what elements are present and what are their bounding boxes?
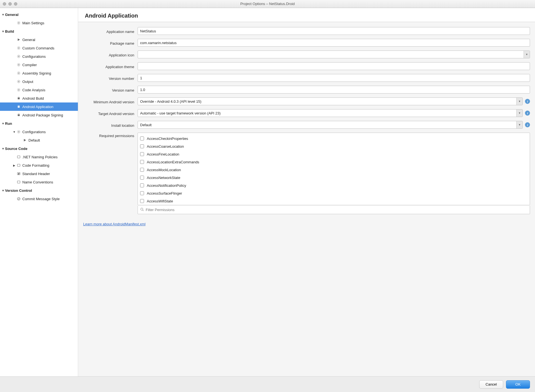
dropdown-icon[interactable]: ▼: [516, 121, 522, 128]
target-android-select[interactable]: [138, 109, 523, 117]
cancel-button[interactable]: Cancel: [479, 380, 503, 389]
box-icon: [16, 155, 21, 159]
sidebar-item-label: Standard Header: [22, 172, 76, 176]
label-app-icon: Application icon: [83, 52, 138, 57]
svg-point-6: [18, 81, 19, 82]
permission-item[interactable]: AccessSurfaceFlinger: [140, 189, 527, 197]
sidebar-item[interactable]: Compiler: [0, 61, 78, 69]
svg-point-5: [18, 73, 19, 74]
sidebar-item[interactable]: ▼Configurations: [0, 128, 78, 136]
app-theme-input[interactable]: [138, 62, 530, 70]
sidebar-category[interactable]: ▼General: [0, 10, 78, 19]
permission-item[interactable]: AccessNetworkState: [140, 174, 527, 181]
permission-item[interactable]: AccessCoarseLocation: [140, 142, 527, 150]
ok-button[interactable]: OK: [506, 380, 530, 389]
permissions-filter-input[interactable]: [146, 208, 527, 212]
package-name-input[interactable]: [138, 39, 530, 47]
permission-checkbox[interactable]: [140, 176, 144, 180]
permission-checkbox[interactable]: [140, 160, 144, 164]
min-android-select[interactable]: [138, 97, 523, 105]
sidebar-item[interactable]: Assembly Signing: [0, 69, 78, 77]
sidebar-category[interactable]: ▼Run: [0, 119, 78, 128]
chevron-down-icon: ▼: [1, 122, 5, 125]
sidebar-item[interactable]: Main Settings: [0, 19, 78, 27]
sidebar-item[interactable]: Default: [0, 136, 78, 144]
close-window-button[interactable]: [3, 2, 6, 6]
permissions-list[interactable]: AccessCheckinPropertiesAccessCoarseLocat…: [138, 133, 530, 205]
permission-label: AccessNotificationPolicy: [147, 183, 186, 188]
permission-label: AccessWifiState: [147, 199, 173, 203]
label-app-name: Application name: [83, 28, 138, 34]
dropdown-icon[interactable]: ▼: [516, 109, 522, 117]
info-icon[interactable]: i: [525, 122, 530, 127]
permission-item[interactable]: AccessWifiState: [140, 197, 527, 205]
dialog-footer: Cancel OK: [0, 376, 535, 392]
app-icon-select[interactable]: [138, 51, 530, 58]
label-permissions: Required permissions: [83, 133, 138, 138]
sidebar-item[interactable]: Configurations: [0, 52, 78, 61]
version-number-input[interactable]: [138, 74, 530, 82]
sidebar-item[interactable]: Android Package Signing: [0, 111, 78, 119]
gear-icon: [16, 71, 21, 75]
sidebar-item[interactable]: Code Analysis: [0, 86, 78, 94]
permission-checkbox[interactable]: [140, 168, 144, 172]
android-icon: [16, 113, 21, 117]
svg-rect-14: [18, 114, 20, 116]
chevron-down-icon: ▼: [1, 189, 5, 192]
svg-point-25: [141, 208, 143, 210]
permission-item[interactable]: AccessFineLocation: [140, 150, 527, 158]
label-install-location: Install location: [83, 122, 138, 128]
sidebar-item[interactable]: Commit Message Style: [0, 195, 78, 203]
form-area: Application name Package name Applicatio…: [78, 22, 535, 376]
gear-icon: [16, 88, 21, 92]
sidebar-item[interactable]: Output: [0, 77, 78, 86]
sidebar-item-label: Name Conventions: [22, 180, 76, 184]
permission-checkbox[interactable]: [140, 137, 144, 140]
sidebar-item[interactable]: .NET Naming Policies: [0, 153, 78, 161]
sidebar-category[interactable]: ▼Build: [0, 27, 78, 35]
learn-more-link[interactable]: Learn more about AndroidManifest.xml: [83, 222, 145, 226]
window-title: Project Options – NetStatus.Droid: [0, 2, 535, 6]
sidebar: ▼GeneralMain Settings▼BuildGeneralCustom…: [0, 8, 78, 376]
permission-checkbox[interactable]: [140, 199, 144, 203]
permission-checkbox[interactable]: [140, 191, 144, 195]
sidebar-item-label: .NET Naming Policies: [22, 155, 76, 159]
sidebar-category[interactable]: ▼Source Code: [0, 144, 78, 153]
permission-item[interactable]: AccessMockLocation: [140, 166, 527, 174]
label-app-theme: Application theme: [83, 64, 138, 69]
sidebar-item[interactable]: Name Conventions: [0, 178, 78, 186]
permission-checkbox[interactable]: [140, 144, 144, 148]
sidebar-category-label: Version Control: [5, 188, 76, 193]
dropdown-icon[interactable]: ▼: [516, 98, 522, 105]
zoom-window-button[interactable]: [14, 2, 17, 6]
sidebar-item-label: Default: [28, 138, 76, 142]
permission-checkbox[interactable]: [140, 152, 144, 156]
permission-label: AccessCheckinProperties: [147, 137, 188, 141]
install-location-select[interactable]: [138, 121, 523, 129]
info-icon[interactable]: i: [525, 99, 530, 104]
permission-item[interactable]: AccessLocationExtraCommands: [140, 158, 527, 166]
sidebar-item[interactable]: #Standard Header: [0, 169, 78, 178]
info-icon[interactable]: i: [525, 111, 530, 116]
chevron-right-icon: ▶: [12, 164, 16, 167]
app-name-input[interactable]: [138, 27, 530, 35]
sidebar-item[interactable]: Custom Commands: [0, 44, 78, 52]
sidebar-item[interactable]: Android Application: [0, 102, 78, 111]
permission-item[interactable]: AccessCheckinProperties: [140, 135, 527, 142]
play-icon: [22, 138, 27, 142]
sidebar-item[interactable]: General: [0, 35, 78, 44]
sidebar-item-label: Android Build: [22, 96, 76, 101]
sidebar-item[interactable]: ▶Code Formatting: [0, 161, 78, 169]
permission-label: AccessNetworkState: [147, 176, 180, 180]
sidebar-category[interactable]: ▼Version Control: [0, 186, 78, 195]
minimize-window-button[interactable]: [8, 2, 12, 6]
sidebar-item-label: Commit Message Style: [22, 197, 76, 201]
version-name-input[interactable]: [138, 86, 530, 94]
svg-line-26: [143, 210, 143, 211]
label-package-name: Package name: [83, 40, 138, 46]
permission-checkbox[interactable]: [140, 183, 144, 187]
sidebar-item[interactable]: Android Build: [0, 94, 78, 102]
permission-item[interactable]: AccessNotificationPolicy: [140, 181, 527, 189]
sidebar-item-label: Output: [22, 80, 76, 84]
dropdown-icon[interactable]: ▼: [524, 51, 530, 58]
